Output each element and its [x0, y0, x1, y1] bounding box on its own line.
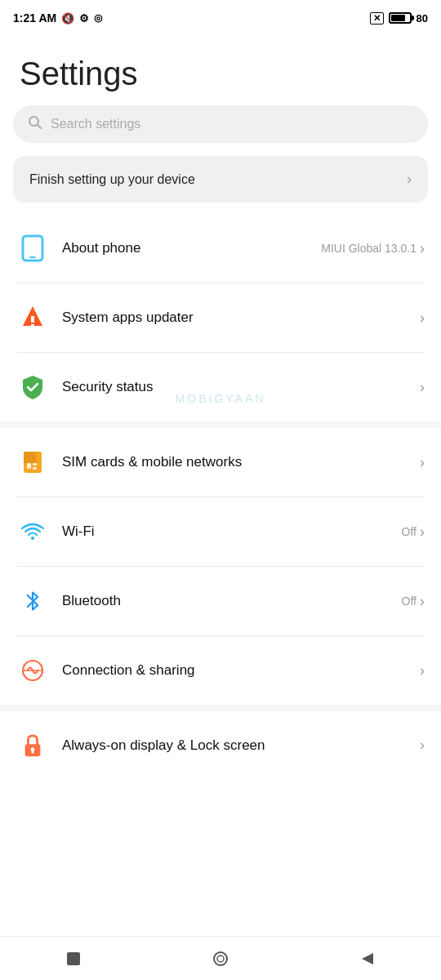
section-device-info: About phone MIUI Global 13.0.1 › System …: [0, 219, 441, 416]
settings-item-wifi[interactable]: Wi-Fi Off ›: [0, 502, 441, 561]
settings-item-system-updater[interactable]: System apps updater ›: [0, 288, 441, 347]
svg-rect-5: [31, 316, 34, 323]
settings-item-always-on[interactable]: Always-on display & Lock screen ›: [0, 716, 441, 775]
sim-label: SIM cards & mobile networks: [62, 454, 242, 470]
divider-5: [16, 635, 425, 636]
nav-spacer: [0, 775, 441, 824]
system-updater-icon: [16, 301, 49, 334]
security-label: Security status: [62, 379, 154, 395]
always-on-chevron: ›: [420, 737, 425, 754]
divider-3: [16, 497, 425, 497]
system-updater-label: System apps updater: [62, 310, 194, 326]
section-divider-2: [0, 705, 441, 711]
divider-2: [16, 352, 425, 353]
search-bar[interactable]: Search settings: [13, 105, 428, 143]
battery-percent: 80: [416, 12, 428, 24]
battery-fill: [391, 15, 406, 21]
banner-text: Finish setting up your device: [29, 172, 195, 187]
section-divider-1: [0, 421, 441, 428]
always-on-content: Always-on display & Lock screen ›: [62, 736, 425, 755]
bluetooth-status: Off: [402, 595, 416, 608]
svg-line-1: [38, 125, 42, 129]
status-right-area: ✕ 80: [370, 12, 428, 24]
wifi-status: Off: [402, 525, 416, 538]
sim-icon: [16, 446, 49, 479]
divider-4: [16, 566, 425, 567]
section-connectivity: SIM cards & mobile networks › Wi-Fi Off …: [0, 433, 441, 700]
nav-back-square[interactable]: [49, 942, 98, 975]
always-on-label: Always-on display & Lock screen: [62, 736, 265, 755]
connection-label: Connection & sharing: [62, 662, 195, 679]
bluetooth-content: Bluetooth Off ›: [62, 593, 425, 610]
bluetooth-chevron: ›: [420, 593, 425, 610]
about-phone-label: About phone: [62, 240, 140, 256]
status-bar: 1:21 AM 🔇 ⚙ ◎ ✕ 80: [0, 0, 441, 36]
security-right: ›: [420, 379, 425, 396]
banner-chevron: ›: [407, 171, 412, 188]
divider-1: [16, 283, 425, 283]
sim-right: ›: [420, 454, 425, 471]
sim-chevron: ›: [420, 454, 425, 471]
svg-rect-6: [31, 324, 34, 327]
system-updater-chevron: ›: [420, 310, 425, 327]
system-updater-content: System apps updater ›: [62, 310, 425, 327]
location-icon: ◎: [94, 12, 102, 24]
settings-item-connection[interactable]: Connection & sharing ›: [0, 641, 441, 700]
time-display: 1:21 AM: [13, 11, 56, 24]
svg-rect-11: [33, 467, 37, 470]
lock-icon: [16, 729, 49, 762]
status-time-area: 1:21 AM 🔇 ⚙ ◎: [13, 11, 102, 24]
svg-rect-8: [24, 452, 36, 463]
wifi-icon: [16, 515, 49, 548]
battery-x-icon: ✕: [370, 12, 384, 24]
wifi-chevron: ›: [420, 523, 425, 541]
security-content: Security status ›: [62, 379, 425, 396]
setup-banner[interactable]: Finish setting up your device ›: [13, 156, 428, 203]
mute-icon: 🔇: [61, 12, 74, 24]
search-placeholder: Search settings: [51, 117, 140, 131]
bluetooth-label: Bluetooth: [62, 593, 121, 609]
settings-item-bluetooth[interactable]: Bluetooth Off ›: [0, 572, 441, 630]
svg-rect-9: [27, 463, 31, 469]
svg-rect-18: [67, 952, 80, 965]
svg-point-19: [214, 952, 227, 965]
sim-content: SIM cards & mobile networks ›: [62, 454, 425, 471]
section-display: Always-on display & Lock screen ›: [0, 716, 441, 775]
system-updater-right: ›: [420, 310, 425, 327]
search-icon: [28, 115, 42, 133]
svg-rect-10: [33, 463, 37, 466]
always-on-right: ›: [420, 737, 425, 754]
security-chevron: ›: [420, 379, 425, 396]
svg-marker-21: [362, 953, 373, 964]
settings-item-sim[interactable]: SIM cards & mobile networks ›: [0, 433, 441, 492]
connection-right: ›: [420, 662, 425, 679]
about-phone-chevron: ›: [420, 240, 425, 257]
settings-status-icon: ⚙: [79, 12, 89, 24]
svg-rect-17: [32, 751, 34, 754]
page-title: Settings: [0, 36, 441, 105]
connection-content: Connection & sharing ›: [62, 662, 425, 679]
wifi-right: Off ›: [402, 523, 425, 541]
bluetooth-icon: [16, 585, 49, 617]
wifi-content: Wi-Fi Off ›: [62, 523, 425, 541]
about-phone-version: MIUI Global 13.0.1: [321, 242, 416, 255]
connection-chevron: ›: [420, 662, 425, 679]
security-icon: [16, 371, 49, 403]
connection-icon: [16, 654, 49, 687]
nav-bar: [0, 936, 441, 980]
nav-home-circle[interactable]: [196, 942, 245, 975]
settings-item-about-phone[interactable]: About phone MIUI Global 13.0.1 ›: [0, 219, 441, 278]
svg-point-20: [217, 956, 224, 962]
svg-rect-3: [29, 256, 36, 258]
nav-recents-triangle[interactable]: [343, 942, 392, 975]
wifi-label: Wi-Fi: [62, 523, 95, 540]
about-phone-icon: [16, 232, 49, 265]
bluetooth-right: Off ›: [402, 593, 425, 610]
about-phone-right: MIUI Global 13.0.1 ›: [321, 240, 425, 257]
about-phone-content: About phone MIUI Global 13.0.1 ›: [62, 240, 425, 257]
svg-point-12: [31, 537, 34, 540]
settings-item-security[interactable]: Security status ›: [0, 358, 441, 416]
battery-indicator: [389, 12, 412, 24]
